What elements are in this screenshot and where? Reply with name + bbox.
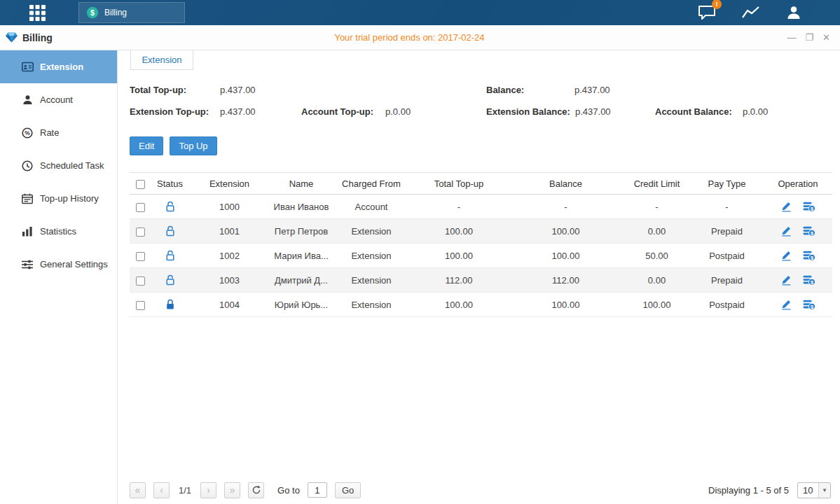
- cell-credit-limit: -: [624, 195, 690, 219]
- notifications-button[interactable]: !: [697, 3, 717, 22]
- next-page-button[interactable]: ›: [200, 482, 216, 498]
- column-header-operation: Operation: [764, 173, 832, 195]
- edit-pencil-icon[interactable]: [781, 250, 792, 261]
- topbar-billing-tab-label: Billing: [104, 8, 127, 18]
- cell-charged-from: Extension: [333, 244, 410, 268]
- cell-credit-limit: 50.00: [624, 244, 690, 268]
- cell-charged-from: Extension: [333, 268, 410, 293]
- topbar-billing-tab[interactable]: $ Billing: [78, 2, 185, 23]
- page-indicator: 1/1: [179, 485, 191, 496]
- top-up-money-icon[interactable]: $: [803, 300, 815, 310]
- row-checkbox[interactable]: [136, 203, 145, 212]
- top-up-button[interactable]: Top Up: [170, 136, 216, 155]
- cell-pay-type: Postpaid: [690, 293, 764, 317]
- cell-operation: $: [764, 195, 832, 219]
- cell-balance: -: [508, 195, 624, 219]
- clock-icon: [21, 160, 34, 172]
- calendar-icon: [21, 193, 34, 204]
- column-header-pay-type: Pay Type: [690, 173, 764, 195]
- sidebar-item-general-settings[interactable]: General Settings: [0, 248, 117, 281]
- goto-page-input[interactable]: [308, 482, 327, 498]
- row-checkbox[interactable]: [136, 301, 145, 310]
- billing-diamond-icon: [6, 32, 18, 43]
- cell-pay-type: Postpaid: [690, 244, 764, 268]
- top-up-money-icon[interactable]: $: [803, 251, 815, 261]
- refresh-button[interactable]: [248, 482, 264, 498]
- cell-total-topup: 100.00: [410, 293, 508, 317]
- account-topup-label: Account Top-up:: [301, 106, 373, 117]
- edit-pencil-icon[interactable]: [781, 299, 792, 310]
- account-topup-value: p.0.00: [385, 106, 411, 117]
- total-topup-label: Total Top-up:: [130, 85, 186, 95]
- row-checkbox[interactable]: [136, 227, 145, 237]
- column-header-charged-from: Charged From: [333, 173, 410, 195]
- user-account-button[interactable]: [784, 3, 804, 22]
- person-icon: [21, 94, 34, 105]
- sidebar-item-label: Scheduled Task: [40, 160, 104, 171]
- row-checkbox[interactable]: [136, 252, 145, 261]
- column-header-status: Status: [151, 173, 189, 195]
- window-controls: — ❐ ✕: [714, 33, 840, 42]
- edit-pencil-icon[interactable]: [781, 274, 792, 286]
- sidebar-item-account[interactable]: Account: [0, 83, 117, 116]
- go-button[interactable]: Go: [335, 482, 361, 498]
- sidebar-item-label: Account: [40, 94, 73, 105]
- pagination-bar: « ‹ 1/1 › » Go to Go Displaying 1 - 5 of…: [130, 482, 831, 498]
- cell-checkbox: [130, 219, 151, 244]
- sidebar-item-extension[interactable]: Extension: [0, 50, 117, 83]
- edit-pencil-icon[interactable]: [781, 201, 792, 212]
- minimize-icon[interactable]: —: [787, 33, 796, 42]
- table-row[interactable]: 1004 Юрий Юрь... Extension 100.00 100.00…: [130, 293, 832, 317]
- reports-button[interactable]: [741, 3, 760, 22]
- select-all-checkbox[interactable]: [136, 180, 145, 189]
- top-up-money-icon[interactable]: $: [803, 226, 815, 237]
- sidebar-item-rate[interactable]: % Rate: [0, 116, 117, 149]
- cell-pay-type: Prepaid: [690, 268, 764, 293]
- apps-grid-icon: [29, 4, 46, 22]
- sliders-icon: [21, 260, 34, 270]
- cell-total-topup: -: [410, 195, 508, 219]
- first-page-button[interactable]: «: [130, 482, 146, 498]
- cell-extension: 1003: [189, 268, 270, 293]
- top-up-money-icon[interactable]: $: [803, 202, 815, 212]
- account-balance-label: Account Balance:: [655, 106, 732, 117]
- last-page-button[interactable]: »: [224, 482, 240, 498]
- cell-checkbox: [130, 293, 151, 317]
- tab-row: Extension: [118, 50, 840, 70]
- cell-status: [151, 219, 189, 244]
- maximize-icon[interactable]: ❐: [805, 33, 813, 42]
- goto-label: Go to: [277, 485, 300, 496]
- table-row[interactable]: 1000 Иван Иванов Account - - - -: [130, 195, 832, 219]
- status-unlocked-icon: [165, 250, 175, 261]
- cell-operation: $: [764, 219, 832, 244]
- prev-page-button[interactable]: ‹: [153, 482, 170, 498]
- refresh-icon: [252, 485, 261, 495]
- row-checkbox[interactable]: [136, 276, 145, 286]
- edit-pencil-icon[interactable]: [781, 225, 792, 237]
- table-row[interactable]: 1001 Петр Петров Extension 100.00 100.00…: [130, 219, 832, 244]
- column-header-extension: Extension: [189, 173, 270, 195]
- sidebar-item-scheduled-task[interactable]: Scheduled Task: [0, 149, 117, 182]
- sidebar-item-topup-history[interactable]: Top-up History: [0, 182, 117, 215]
- top-up-money-icon[interactable]: $: [803, 275, 815, 286]
- cell-extension: 1002: [189, 244, 270, 268]
- table-row[interactable]: 1003 Дмитрий Д... Extension 112.00 112.0…: [130, 268, 832, 293]
- table-row[interactable]: 1002 Мария Ива... Extension 100.00 100.0…: [130, 244, 832, 268]
- cell-name: Юрий Юрь...: [270, 293, 333, 317]
- sidebar-item-label: Statistics: [40, 226, 76, 237]
- user-icon: [785, 4, 802, 21]
- close-icon[interactable]: ✕: [822, 33, 830, 42]
- pagination-summary: Displaying 1 - 5 of 5 10 ▾: [708, 482, 831, 498]
- page-size-select[interactable]: 10 ▾: [797, 482, 831, 498]
- sidebar-item-statistics[interactable]: Statistics: [0, 215, 117, 248]
- window-titlebar: Billing Your trial period ends on: 2017-…: [0, 25, 840, 50]
- cell-status: [151, 268, 189, 293]
- extension-balance-label: Extension Balance:: [486, 106, 570, 117]
- cell-operation: $: [764, 293, 832, 317]
- edit-button[interactable]: Edit: [130, 136, 163, 155]
- cell-pay-type: -: [690, 195, 764, 219]
- dollar-circle-icon: $: [86, 6, 99, 19]
- tab-extension[interactable]: Extension: [130, 50, 193, 70]
- apps-grid-button[interactable]: [27, 2, 48, 23]
- cell-extension: 1000: [189, 195, 270, 219]
